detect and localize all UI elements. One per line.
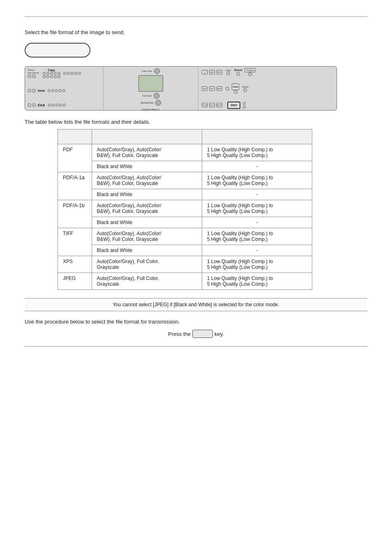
addr-c5 xyxy=(78,72,81,75)
status-circle xyxy=(28,74,31,78)
table-row-tiff-bw: Black and White - xyxy=(58,245,312,256)
copy-r2-c2 xyxy=(46,75,49,78)
copy-c2 xyxy=(46,72,49,75)
copy-label: Copy xyxy=(48,69,55,72)
stop-key: Stop xyxy=(232,83,239,90)
tiff-color-mode: Auto(Color/Gray), Auto(Color/B&W), Full … xyxy=(92,228,202,245)
stop-icon-circle xyxy=(226,87,229,90)
key-6: 6MNO xyxy=(217,86,222,91)
copy-r2-c3 xyxy=(50,75,53,78)
note-text: You cannot select [JPEG] if [Black and W… xyxy=(113,302,279,308)
table-row-pdfa1b-bw: Black and White - xyxy=(58,217,312,228)
xps-format-cell: XPS xyxy=(58,256,92,273)
send-button-shape xyxy=(25,43,90,58)
press-key-line: Press the key. xyxy=(25,330,367,338)
table-row-pdf-color: PDF Auto(Color/Gray), Auto(Color/B&W), F… xyxy=(58,144,312,161)
key-5: 5JKL xyxy=(209,86,215,91)
fax-c4 xyxy=(59,104,62,106)
send-c5 xyxy=(62,89,65,92)
col-header-1 xyxy=(58,130,92,144)
press-text-after: key. xyxy=(214,331,224,337)
full-color-label: Full Color xyxy=(142,95,152,97)
jpeg-format-cell: JPEG xyxy=(58,273,92,290)
send-button-area xyxy=(25,43,367,59)
table-row-jpeg: JPEG Auto(Color/Gray), Full Color,Graysc… xyxy=(58,273,312,290)
table-row-pdfa1a-color: PDF/A-1a Auto(Color/Gray), Auto(Color/B&… xyxy=(58,172,312,189)
pdfa1b-format-cell: PDF/A-1b xyxy=(58,200,92,228)
reset-label-panel: Reset xyxy=(234,69,242,72)
copy-r2-c5 xyxy=(58,75,60,78)
fax-c-left1 xyxy=(28,103,31,107)
panel-left-section: Status /Job Cancel Copy xyxy=(25,67,103,111)
full-color-circle xyxy=(154,93,159,99)
file-format-table: PDF Auto(Color/Gray), Auto(Color/B&W), F… xyxy=(58,129,312,290)
send-c1 xyxy=(48,89,51,92)
pdf-format-cell: PDF xyxy=(58,144,92,172)
addr-c2 xyxy=(67,72,70,75)
key-3: 3DEF xyxy=(217,70,222,74)
table-row-pdf-bw: Black and White - xyxy=(58,161,312,172)
press-text-before: Press the xyxy=(168,331,191,337)
send-key-inline xyxy=(192,330,213,338)
panel-right-section: 1 2ABC 3DEF Clear Reset Program 4GHI xyxy=(198,67,337,111)
start-c2 xyxy=(243,106,246,109)
addr-c3 xyxy=(71,72,74,75)
copy-r2-c4 xyxy=(54,75,57,78)
table-row-pdfa1b-color: PDF/A-1b Auto(Color/Gray), Auto(Color/B&… xyxy=(58,200,312,217)
fax-c-left2 xyxy=(32,103,36,107)
copy-r2-c1 xyxy=(43,75,46,78)
send-c-left1 xyxy=(28,89,31,92)
key-8: 8TUV xyxy=(209,103,215,107)
fax-label: FAX xyxy=(38,103,45,107)
pdf-bw-mode: Black and White xyxy=(92,161,202,172)
panel-middle-section: Auto Color Full Color Black&White Functi… xyxy=(104,67,198,111)
control-panel: Status /Job Cancel Copy xyxy=(25,66,337,111)
pdfa1b-quality: 1 Low Quality (High Comp.) to5 High Qual… xyxy=(202,200,312,217)
table-desc: The table below lists the file formats a… xyxy=(25,119,367,125)
pdfa1a-bw-quality: - xyxy=(202,189,312,200)
send-c-left2 xyxy=(32,89,36,92)
pdfa1b-bw-mode: Black and White xyxy=(92,217,202,228)
pdf-quality: 1 Low Quality (High Comp.) to5 High Qual… xyxy=(202,144,312,161)
auto-color-label: Auto Color xyxy=(142,70,152,73)
tiff-bw-mode: Black and White xyxy=(92,245,202,256)
table-row-pdfa1a-bw: Black and White - xyxy=(58,189,312,200)
panel-row-3: FAX xyxy=(28,103,101,107)
reset-circle xyxy=(236,72,240,76)
table-row-xps: XPS Auto(Color/Gray), Full Color,Graysca… xyxy=(58,256,312,273)
table-row-tiff-color: TIFF Auto(Color/Gray), Auto(Color/B&W), … xyxy=(58,228,312,245)
function-menu-label: Function Menu ⊙ xyxy=(142,108,160,111)
logout-circle xyxy=(234,90,238,94)
procedure-text: Use the procedure below to select the fi… xyxy=(25,319,367,325)
pdf-bw-quality: - xyxy=(202,161,312,172)
fax-c3 xyxy=(55,104,58,106)
bottom-divider xyxy=(25,346,367,347)
clear-label-panel: Clear xyxy=(226,69,231,72)
bw-label: Black&White xyxy=(141,102,153,104)
copy-c4 xyxy=(54,72,57,75)
auto-color-circle xyxy=(154,68,160,74)
tiff-bw-quality: - xyxy=(202,245,312,256)
panel-display xyxy=(138,75,163,92)
status-label: Status /Job Cancel xyxy=(28,69,39,74)
pdfa1b-bw-quality: - xyxy=(202,217,312,228)
fax-c2 xyxy=(52,104,55,106)
panel-row-2: Send xyxy=(28,89,101,92)
col-header-3 xyxy=(202,130,312,144)
program-label-panel: Program xyxy=(244,68,256,72)
status-circle2 xyxy=(32,74,36,78)
pdfa1a-bw-mode: Black and White xyxy=(92,189,202,200)
key-7: 7PQRS xyxy=(202,103,208,107)
logout-c2 xyxy=(243,88,247,92)
send-c3 xyxy=(55,89,58,92)
top-divider xyxy=(25,16,367,17)
xps-color-mode: Auto(Color/Gray), Full Color,Grayscale xyxy=(92,256,202,273)
pdfa1a-color-mode: Auto(Color/Gray), Auto(Color/B&W), Full … xyxy=(92,172,202,189)
key-1: 1 xyxy=(202,70,208,74)
key-2: 2ABC xyxy=(209,70,215,74)
pdf-color-mode: Auto(Color/Gray), Auto(Color/B&W), Full … xyxy=(92,144,202,161)
panel-row-1: Status /Job Cancel Copy xyxy=(28,69,101,78)
jpeg-color-mode: Auto(Color/Gray), Full Color,Grayscale xyxy=(92,273,202,290)
start-c1 xyxy=(243,102,246,105)
pdfa1b-color-mode: Auto(Color/Gray), Auto(Color/B&W), Full … xyxy=(92,200,202,217)
